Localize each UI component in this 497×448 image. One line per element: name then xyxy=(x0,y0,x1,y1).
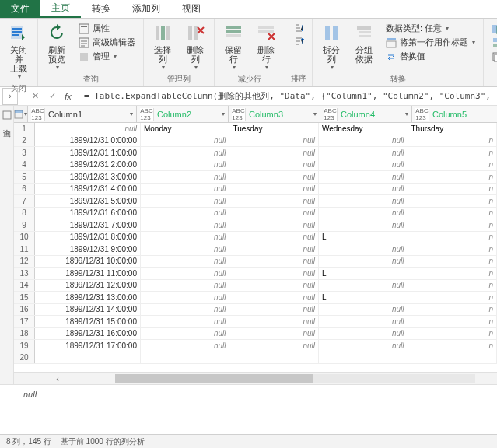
tab-home[interactable]: 主页 xyxy=(40,0,81,18)
grid-cell[interactable]: null xyxy=(141,328,230,340)
grid-cell[interactable]: n xyxy=(408,184,498,195)
type-any-icon[interactable]: ABC123 xyxy=(415,108,429,121)
grid-cell[interactable] xyxy=(35,352,141,364)
first-row-header-button[interactable]: 将第一行用作标题▾ xyxy=(383,36,478,49)
grid-cell[interactable]: null xyxy=(141,135,230,147)
column-header-column5[interactable]: ABC123Column5▾ xyxy=(412,106,497,122)
grid-cell[interactable]: n xyxy=(408,135,498,147)
grid-cell[interactable]: null xyxy=(229,147,319,159)
grid-cell[interactable]: null xyxy=(141,316,230,327)
table-row[interactable]: 141899/12/31 12:00:00nullnullnulln xyxy=(14,280,497,292)
column-header-column3[interactable]: ABC123Column3▾ xyxy=(229,106,320,122)
grid-cell[interactable]: 1899/12/31 0:00:00 xyxy=(35,135,141,147)
column-header-column2[interactable]: ABC123Column2▾ xyxy=(137,106,229,122)
table-row[interactable]: 101899/12/31 8:00:00nullnullLn xyxy=(14,232,497,244)
grid-cell[interactable]: null xyxy=(229,340,319,352)
grid-cell[interactable]: Monday xyxy=(141,123,230,135)
row-number[interactable]: 15 xyxy=(14,292,35,303)
grid-cell[interactable]: L xyxy=(319,232,408,243)
grid-cell[interactable]: 1899/12/31 14:00:00 xyxy=(35,304,141,316)
grid-cell[interactable]: null xyxy=(319,243,408,255)
grid-cell[interactable]: null xyxy=(319,135,408,147)
type-any-icon[interactable]: ABC123 xyxy=(232,108,246,121)
grid-cell[interactable]: null xyxy=(319,219,408,231)
choose-columns-button[interactable]: 选择列▾ xyxy=(147,20,178,72)
grid-cell[interactable]: 1899/12/31 5:00:00 xyxy=(35,195,141,207)
grid-cell[interactable] xyxy=(229,352,319,364)
table-row[interactable]: 171899/12/31 15:00:00nullnullnulln xyxy=(14,316,497,328)
tab-file[interactable]: 文件 xyxy=(0,0,40,18)
column-header-column4[interactable]: ABC123Column4▾ xyxy=(320,106,412,122)
table-row[interactable]: 31899/12/31 1:00:00nullnullnulln xyxy=(14,147,497,159)
grid-cell[interactable]: 1899/12/31 13:00:00 xyxy=(35,292,141,303)
row-number[interactable]: 7 xyxy=(14,195,35,207)
grid-cell[interactable]: null xyxy=(229,328,319,340)
grid-cell[interactable]: L xyxy=(319,268,408,279)
row-number[interactable]: 8 xyxy=(14,208,35,219)
type-any-icon[interactable]: ABC123 xyxy=(324,108,338,121)
grid-cell[interactable]: null xyxy=(319,184,408,195)
column-filter-button[interactable]: ▾ xyxy=(313,110,317,117)
table-row[interactable]: 71899/12/31 5:00:00nullnullnulln xyxy=(14,195,497,208)
formula-commit-button[interactable]: ✓ xyxy=(44,91,61,101)
grid-cell[interactable]: null xyxy=(229,232,319,243)
split-column-button[interactable]: 拆分列▾ xyxy=(316,20,347,72)
grid-cell[interactable]: 1899/12/31 7:00:00 xyxy=(35,219,141,231)
grid-cell[interactable]: 1899/12/31 12:00:00 xyxy=(35,280,141,292)
grid-cell[interactable]: L xyxy=(319,292,408,303)
grid-cell[interactable]: null xyxy=(229,208,319,219)
grid-cell[interactable]: n xyxy=(408,159,498,171)
grid-cell[interactable]: n xyxy=(408,256,498,268)
table-row[interactable]: 20 xyxy=(14,352,497,365)
grid-cell[interactable]: 1899/12/31 10:00:00 xyxy=(35,256,141,268)
sort-asc-button[interactable] xyxy=(290,22,307,34)
grid-cell[interactable]: Thursday xyxy=(408,123,498,135)
row-number[interactable]: 4 xyxy=(14,159,35,171)
table-row[interactable]: 121899/12/31 10:00:00nullnullnulln xyxy=(14,256,497,268)
table-row[interactable]: 81899/12/31 6:00:00nullnullnulln xyxy=(14,208,497,220)
grid-cell[interactable]: n xyxy=(408,340,498,352)
refresh-preview-button[interactable]: 刷新预览▾ xyxy=(41,20,72,72)
grid-cell[interactable]: null xyxy=(319,328,408,340)
grid-cell[interactable]: n xyxy=(408,208,498,219)
advanced-editor-button[interactable]: 高级编辑器 xyxy=(75,36,138,49)
grid-cell[interactable] xyxy=(319,352,408,364)
table-row[interactable]: 151899/12/31 13:00:00nullnullLn xyxy=(14,292,497,304)
queries-pane-toggle[interactable]: › xyxy=(2,88,18,105)
type-any-icon[interactable]: ABC123 xyxy=(140,108,154,121)
grid-cell[interactable]: n xyxy=(408,195,498,207)
grid-cell[interactable]: n xyxy=(408,268,498,279)
table-row[interactable]: 1nullMondayTuesdayWednesdayThursday xyxy=(14,123,497,135)
scroll-track[interactable] xyxy=(115,374,475,383)
table-row[interactable]: 161899/12/31 14:00:00nullnullnulln xyxy=(14,304,497,317)
row-number[interactable]: 13 xyxy=(14,268,35,279)
combine-files-button[interactable]: 合并文件 xyxy=(488,50,497,63)
grid-cell[interactable]: null xyxy=(319,195,408,207)
grid-cell[interactable]: null xyxy=(319,316,408,327)
grid-cell[interactable]: 1899/12/31 1:00:00 xyxy=(35,147,141,159)
column-filter-button[interactable]: ▾ xyxy=(130,110,133,117)
grid-cell[interactable]: n xyxy=(408,280,498,292)
grid-cell[interactable]: 1899/12/31 11:00:00 xyxy=(35,268,141,279)
grid-cell[interactable]: 1899/12/31 8:00:00 xyxy=(35,232,141,243)
grid-cell[interactable]: null xyxy=(141,256,230,268)
grid-cell[interactable]: null xyxy=(141,268,230,279)
grid-cell[interactable]: null xyxy=(319,304,408,316)
grid-cell[interactable]: null xyxy=(35,123,141,135)
grid-cell[interactable]: n xyxy=(408,243,498,255)
scroll-thumb[interactable] xyxy=(115,374,313,383)
grid-cell[interactable]: null xyxy=(319,159,408,171)
grid-cell[interactable]: null xyxy=(141,340,230,352)
row-number[interactable]: 19 xyxy=(14,340,35,352)
row-number[interactable]: 9 xyxy=(14,219,35,231)
formula-cancel-button[interactable]: ✕ xyxy=(26,91,44,101)
grid-cell[interactable]: n xyxy=(408,328,498,340)
type-any-icon[interactable]: ABC123 xyxy=(31,108,45,121)
grid-cell[interactable]: null xyxy=(229,184,319,195)
grid-cell[interactable]: Tuesday xyxy=(229,123,319,135)
row-number[interactable]: 18 xyxy=(14,328,35,340)
grid-cell[interactable]: n xyxy=(408,171,498,183)
replace-values-button[interactable]: 替换值 xyxy=(383,50,478,63)
close-load-button[interactable]: 关闭并上载▾ xyxy=(3,20,34,82)
table-row[interactable]: 181899/12/31 16:00:00nullnullnulln xyxy=(14,328,497,341)
